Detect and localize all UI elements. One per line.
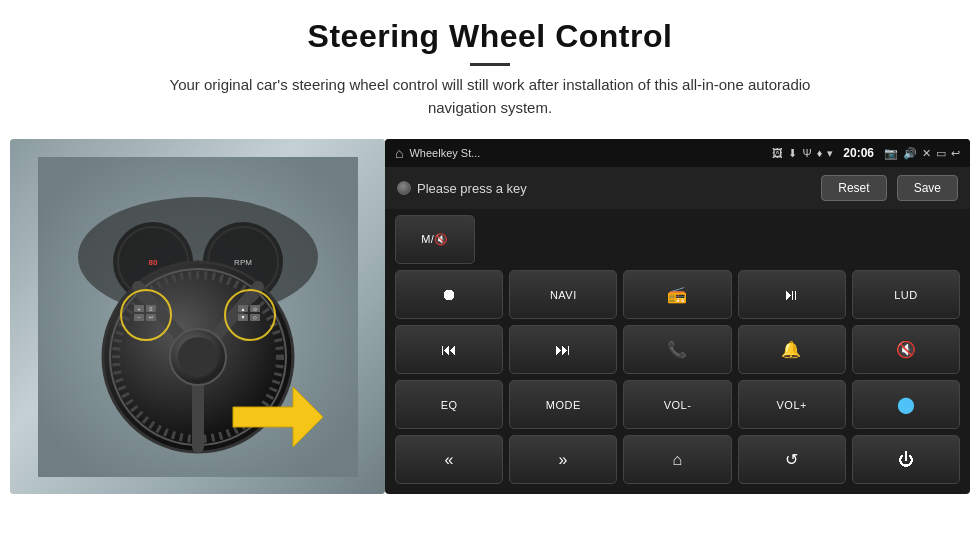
button-row-0: M/🔇 [395, 215, 960, 264]
steering-wheel-panel: 80 RPM + [10, 139, 385, 494]
page-title: Steering Wheel Control [40, 18, 940, 55]
record-button[interactable]: ⏺ [395, 270, 503, 319]
power-button[interactable]: ⏻ [852, 435, 960, 484]
status-bar: ⌂ Wheelkey St... 🖼 ⬇ Ψ ♦ ▾ 20:06 📷 🔊 ✕ ▭… [385, 139, 970, 167]
reset-button[interactable]: Reset [821, 175, 886, 201]
title-divider [470, 63, 510, 66]
image-icon: 🖼 [772, 147, 783, 159]
key-indicator: Please press a key [397, 181, 811, 196]
download-icon: ⬇ [788, 147, 797, 160]
refresh-button[interactable]: ↺ [738, 435, 846, 484]
rewind-button[interactable]: « [395, 435, 503, 484]
forward-button[interactable]: » [509, 435, 617, 484]
bluetooth-button[interactable]: ⬤ [852, 380, 960, 429]
lud-button[interactable]: LUD [852, 270, 960, 319]
call-button[interactable]: 📞 [623, 325, 731, 374]
save-button[interactable]: Save [897, 175, 958, 201]
right-status-icons: 📷 🔊 ✕ ▭ ↩ [884, 147, 960, 160]
radio-button[interactable]: 📻 [623, 270, 731, 319]
eq-button[interactable]: EQ [395, 380, 503, 429]
home-nav-button[interactable]: ⌂ [623, 435, 731, 484]
svg-point-15 [178, 337, 218, 377]
home-icon[interactable]: ⌂ [395, 145, 403, 161]
top-control-row: Please press a key Reset Save [385, 167, 970, 209]
prev-track-button[interactable]: ⏮ [395, 325, 503, 374]
page-subtitle: Your original car's steering wheel contr… [140, 74, 840, 119]
steering-wheel-svg: 80 RPM + [38, 157, 358, 477]
button-grid-area: M/🔇 ⏺ NAVI 📻 ⏯ LUD ⏮ ⏭ 📞 🔔 🔇 EQ M [385, 209, 970, 494]
svg-text:▼: ▼ [240, 314, 245, 320]
key-label: Please press a key [417, 181, 527, 196]
button-row-2: ⏮ ⏭ 📞 🔔 🔇 [395, 325, 960, 374]
vol-down-button[interactable]: VOL- [623, 380, 731, 429]
svg-text:≡: ≡ [149, 306, 153, 312]
notification-button[interactable]: 🔔 [738, 325, 846, 374]
window-icon: ▭ [936, 147, 946, 160]
content-area: 80 RPM + [0, 129, 980, 504]
key-dot [397, 181, 411, 195]
location-icon: ♦ [817, 147, 823, 159]
usb-icon: Ψ [802, 147, 811, 159]
status-time: 20:06 [843, 146, 874, 160]
svg-text:+: + [137, 306, 141, 312]
vol-up-button[interactable]: VOL+ [738, 380, 846, 429]
back-icon[interactable]: ↩ [951, 147, 960, 160]
wifi-icon: ▾ [827, 147, 833, 160]
steering-wheel-bg: 80 RPM + [10, 139, 385, 494]
svg-text:⊙: ⊙ [253, 306, 257, 312]
page-header: Steering Wheel Control Your original car… [0, 0, 980, 129]
volume-icon: 🔊 [903, 147, 917, 160]
svg-text:◇: ◇ [253, 314, 257, 320]
camera-icon: 📷 [884, 147, 898, 160]
svg-text:↩: ↩ [149, 314, 153, 320]
mute-vol-button[interactable]: 🔇 [852, 325, 960, 374]
svg-text:80: 80 [148, 258, 157, 267]
svg-text:RPM: RPM [234, 258, 252, 267]
app-name: Wheelkey St... [409, 147, 766, 159]
play-pause-button[interactable]: ⏯ [738, 270, 846, 319]
svg-text:−: − [137, 314, 140, 320]
android-panel: ⌂ Wheelkey St... 🖼 ⬇ Ψ ♦ ▾ 20:06 📷 🔊 ✕ ▭… [385, 139, 970, 494]
svg-text:▲: ▲ [240, 306, 245, 312]
next-track-button[interactable]: ⏭ [509, 325, 617, 374]
status-icons: 🖼 ⬇ Ψ ♦ ▾ [772, 147, 833, 160]
mode-button[interactable]: MODE [509, 380, 617, 429]
button-row-3: EQ MODE VOL- VOL+ ⬤ [395, 380, 960, 429]
button-row-1: ⏺ NAVI 📻 ⏯ LUD [395, 270, 960, 319]
navi-button[interactable]: NAVI [509, 270, 617, 319]
button-row-4: « » ⌂ ↺ ⏻ [395, 435, 960, 484]
close-icon[interactable]: ✕ [922, 147, 931, 160]
mute-button[interactable]: M/🔇 [395, 215, 475, 264]
